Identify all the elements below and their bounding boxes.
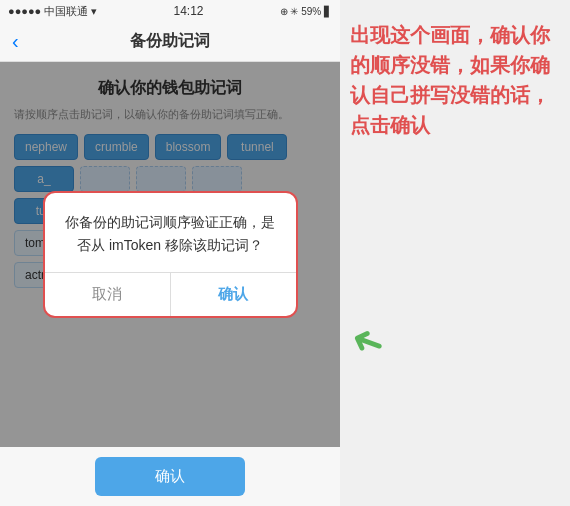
annotation-text: 出现这个画面，确认你的顺序没错，如果你确认自己拼写没错的话，点击确认 (350, 20, 560, 140)
dialog-box: 你备份的助记词顺序验证正确，是否从 imToken 移除该助记词？ 取消 确认 (43, 191, 298, 318)
green-arrow-icon: ➜ (343, 316, 391, 371)
annotation-panel: 出现这个画面，确认你的顺序没错，如果你确认自己拼写没错的话，点击确认 ➜ (340, 0, 570, 506)
bottom-confirm-button[interactable]: 确认 (95, 457, 245, 496)
dialog-cancel-button[interactable]: 取消 (45, 273, 171, 316)
phone-panel: ●●●●● 中国联通 ▾ 14:12 ⊕ ✳ 59% ▋ ‹ 备份助记词 确认你… (0, 0, 340, 506)
dialog-confirm-button[interactable]: 确认 (171, 273, 296, 316)
status-left: ●●●●● 中国联通 ▾ (8, 4, 97, 19)
nav-bar: ‹ 备份助记词 (0, 22, 340, 62)
dialog-buttons: 取消 确认 (45, 272, 296, 316)
arrow-container: ➜ (350, 320, 384, 366)
bottom-area: 确认 (0, 447, 340, 506)
main-content: 确认你的钱包助记词 请按顺序点击助记词，以确认你的备份助记词填写正确。 neph… (0, 62, 340, 447)
dialog-message: 你备份的助记词顺序验证正确，是否从 imToken 移除该助记词？ (61, 211, 280, 256)
status-time: 14:12 (173, 4, 203, 18)
nav-title: 备份助记词 (130, 31, 210, 52)
status-bar: ●●●●● 中国联通 ▾ 14:12 ⊕ ✳ 59% ▋ (0, 0, 340, 22)
back-button[interactable]: ‹ (12, 30, 19, 53)
dialog-overlay: 你备份的助记词顺序验证正确，是否从 imToken 移除该助记词？ 取消 确认 (0, 62, 340, 447)
status-right: ⊕ ✳ 59% ▋ (280, 6, 332, 17)
